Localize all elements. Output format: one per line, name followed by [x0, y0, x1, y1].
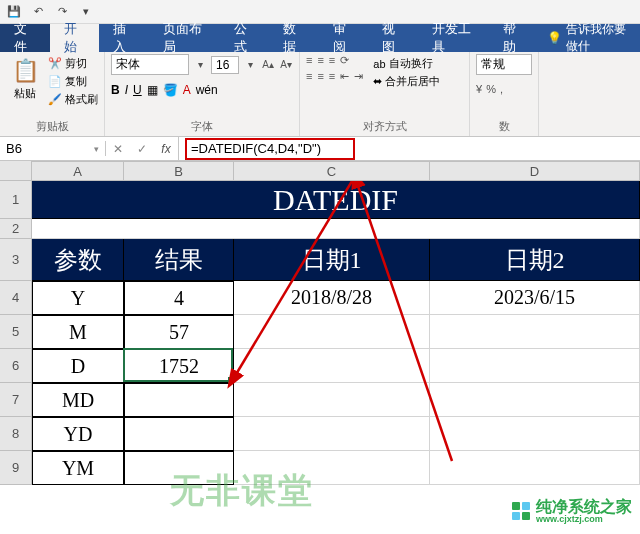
format-painter-button[interactable]: 🖌️格式刷 [48, 92, 98, 107]
cell-title[interactable]: DATEDIF [32, 181, 640, 219]
align-bottom-icon[interactable]: ≡ [329, 54, 335, 67]
font-name-dd-icon[interactable]: ▾ [193, 58, 207, 72]
tab-insert[interactable]: 插入 [99, 24, 149, 52]
copy-button[interactable]: 📄复制 [48, 74, 98, 89]
font-color-button[interactable]: A [183, 83, 191, 97]
row-header-6[interactable]: 6 [0, 349, 31, 383]
cell-hdr-A[interactable]: 参数 [32, 239, 124, 281]
cell-empty[interactable] [430, 451, 640, 485]
cell-date1[interactable]: 2018/8/28 [234, 281, 430, 315]
wrap-text-button[interactable]: ab自动换行 [373, 56, 440, 71]
cell-empty[interactable] [430, 383, 640, 417]
font-size-dd-icon[interactable]: ▾ [243, 58, 257, 72]
align-left-icon[interactable]: ≡ [306, 70, 312, 83]
tell-me[interactable]: 💡 告诉我你要做什 [539, 24, 640, 52]
row-header-7[interactable]: 7 [0, 383, 31, 417]
bold-button[interactable]: B [111, 83, 120, 97]
cell-param-MD[interactable]: MD [32, 383, 124, 417]
tab-page-layout[interactable]: 页面布局 [149, 24, 220, 52]
col-header-B[interactable]: B [124, 162, 234, 180]
undo-icon[interactable]: ↶ [30, 4, 46, 20]
select-all-corner[interactable] [0, 161, 32, 181]
cell-empty[interactable] [430, 349, 640, 383]
cell-result-YD[interactable] [124, 417, 234, 451]
tab-help[interactable]: 帮助 [489, 24, 539, 52]
cell-empty[interactable] [234, 417, 430, 451]
cell-result-M[interactable]: 57 [124, 315, 234, 349]
cell-hdr-D[interactable]: 日期2 [430, 239, 640, 281]
phonetic-icon[interactable]: wén [196, 83, 218, 97]
name-box-dd-icon[interactable]: ▾ [94, 144, 99, 154]
row-header-1[interactable]: 1 [0, 181, 31, 219]
tab-file[interactable]: 文件 [0, 24, 50, 52]
tab-data[interactable]: 数据 [269, 24, 319, 52]
col-header-A[interactable]: A [32, 162, 124, 180]
cell-empty[interactable] [234, 315, 430, 349]
row-header-2[interactable]: 2 [0, 219, 31, 239]
orientation-icon[interactable]: ⟳ [340, 54, 349, 67]
tab-formulas[interactable]: 公式 [220, 24, 270, 52]
worksheet[interactable]: ABCD 123456789 DATEDIF参数结果日期1日期22018/8/2… [0, 161, 640, 534]
percent-icon[interactable]: % [486, 83, 496, 95]
col-header-C[interactable]: C [234, 162, 430, 180]
save-icon[interactable]: 💾 [6, 4, 22, 20]
redo-icon[interactable]: ↷ [54, 4, 70, 20]
accept-formula-icon[interactable]: ✓ [130, 137, 154, 161]
cell-date2[interactable]: 2023/6/15 [430, 281, 640, 315]
decrease-font-icon[interactable]: A▾ [279, 58, 293, 72]
row-header-4[interactable]: 4 [0, 281, 31, 315]
cell-result-D[interactable]: 1752 [124, 349, 234, 383]
border-button[interactable]: ▦ [147, 83, 158, 97]
fx-icon[interactable]: fx [154, 137, 178, 161]
cell-empty[interactable] [234, 383, 430, 417]
font-name-select[interactable]: 宋体 [111, 54, 189, 75]
formula-input[interactable]: =DATEDIF(C4,D4,"D") [179, 138, 640, 160]
cut-button[interactable]: ✂️剪切 [48, 56, 98, 71]
cell-result-YM[interactable] [124, 451, 234, 485]
cell-empty-row2[interactable] [32, 219, 640, 239]
align-top-icon[interactable]: ≡ [306, 54, 312, 67]
cell-empty[interactable] [234, 349, 430, 383]
cell-param-Y[interactable]: Y [32, 281, 124, 315]
row-header-8[interactable]: 8 [0, 417, 31, 451]
comma-icon[interactable]: , [500, 83, 503, 95]
fill-color-button[interactable]: 🪣 [163, 83, 178, 97]
indent-dec-icon[interactable]: ⇤ [340, 70, 349, 83]
underline-button[interactable]: U [133, 83, 142, 97]
cell-param-YM[interactable]: YM [32, 451, 124, 485]
formula-bar: B6 ▾ ✕ ✓ fx =DATEDIF(C4,D4,"D") [0, 137, 640, 161]
italic-button[interactable]: I [125, 83, 128, 97]
merge-center-button[interactable]: ⬌合并后居中 [373, 74, 440, 89]
align-middle-icon[interactable]: ≡ [317, 54, 323, 67]
row-header-5[interactable]: 5 [0, 315, 31, 349]
indent-inc-icon[interactable]: ⇥ [354, 70, 363, 83]
cell-empty[interactable] [430, 417, 640, 451]
number-format-select[interactable]: 常规 [476, 54, 532, 75]
cell-param-YD[interactable]: YD [32, 417, 124, 451]
row-header-3[interactable]: 3 [0, 239, 31, 281]
tab-view[interactable]: 视图 [368, 24, 418, 52]
col-header-D[interactable]: D [430, 162, 640, 180]
currency-icon[interactable]: ¥ [476, 83, 482, 95]
cancel-formula-icon[interactable]: ✕ [106, 137, 130, 161]
name-box[interactable]: B6 ▾ [0, 141, 106, 156]
cell-hdr-B[interactable]: 结果 [124, 239, 234, 281]
tab-review[interactable]: 审阅 [319, 24, 369, 52]
paste-button[interactable]: 📋 粘贴 [6, 54, 44, 101]
align-center-icon[interactable]: ≡ [317, 70, 323, 83]
cell-empty[interactable] [234, 451, 430, 485]
row-header-9[interactable]: 9 [0, 451, 31, 485]
qat-more-icon[interactable]: ▾ [78, 4, 94, 20]
cell-param-M[interactable]: M [32, 315, 124, 349]
cell-param-D[interactable]: D [32, 349, 124, 383]
cell-result-Y[interactable]: 4 [124, 281, 234, 315]
cell-hdr-C[interactable]: 日期1 [234, 239, 430, 281]
tab-home[interactable]: 开始 [50, 24, 100, 52]
align-right-icon[interactable]: ≡ [329, 70, 335, 83]
increase-font-icon[interactable]: A▴ [261, 58, 275, 72]
font-size-select[interactable]: 16 [211, 56, 239, 74]
cell-result-MD[interactable] [124, 383, 234, 417]
tab-developer[interactable]: 开发工具 [418, 24, 489, 52]
group-alignment-label: 对齐方式 [306, 119, 463, 136]
cell-empty[interactable] [430, 315, 640, 349]
